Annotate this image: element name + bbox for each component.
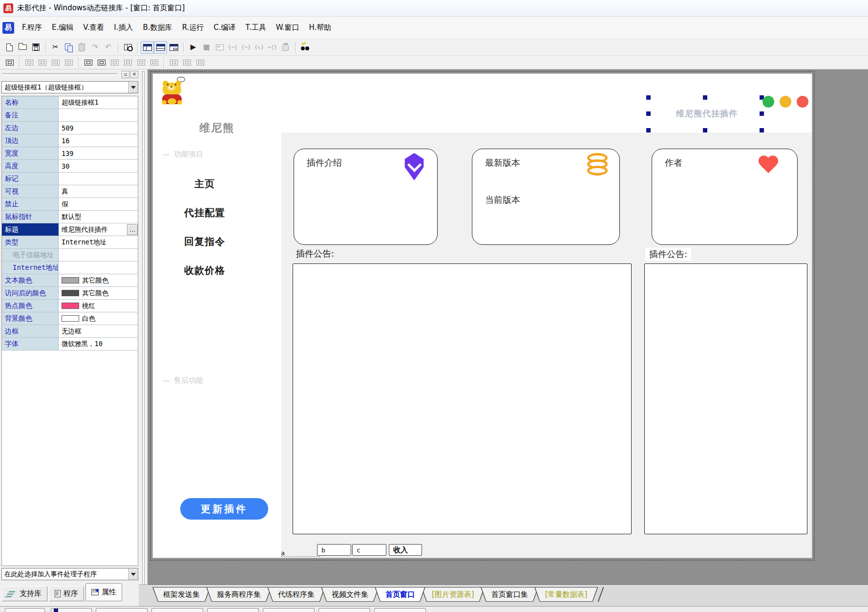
property-row-左边[interactable]: 左边509 — [2, 122, 138, 134]
property-row-禁止[interactable]: 禁止假 — [2, 198, 138, 211]
announcement-box-right[interactable] — [644, 263, 807, 534]
property-value[interactable]: 超级链接框1 — [59, 96, 138, 109]
property-value[interactable] — [59, 262, 138, 274]
property-row-边框[interactable]: 边框无边框 — [2, 325, 138, 338]
menu-item-B.数据库[interactable]: B.数据库 — [138, 21, 177, 35]
control-selector[interactable]: 超级链接框1（超级链接框） — [1, 81, 138, 93]
unit-tab-[常量数据表][interactable]: [常量数据表] — [534, 587, 598, 602]
property-value[interactable]: 默认型 — [59, 211, 138, 223]
property-row-Internet地址[interactable]: Internet地址 — [2, 262, 138, 274]
property-row-热点颜色[interactable]: 热点颜色桃红 — [2, 300, 138, 312]
property-value[interactable] — [59, 109, 138, 121]
new-file-icon[interactable] — [3, 41, 16, 54]
selection-handle[interactable] — [760, 111, 764, 116]
panel-restore-icon[interactable]: ▫ — [122, 71, 129, 78]
find-book-icon[interactable] — [121, 41, 134, 54]
form-nav-收款价格[interactable]: 收款价格 — [167, 264, 243, 275]
panel-splitter[interactable] — [139, 69, 148, 612]
menu-item-I.插入[interactable]: I.插入 — [109, 21, 138, 35]
selected-hyperlink-control[interactable]: 维尼熊代挂插件 — [650, 97, 763, 130]
property-value[interactable]: 509 — [59, 122, 138, 134]
selection-handle[interactable] — [703, 128, 707, 132]
layout-split-icon[interactable] — [141, 41, 154, 54]
property-value[interactable]: 无边框 — [59, 325, 138, 337]
unit-tab-视频文件集[interactable]: 视频文件集 — [321, 587, 379, 602]
property-row-类型[interactable]: 类型Internet地址 — [2, 236, 138, 249]
menu-item-T.工具[interactable]: T.工具 — [241, 21, 271, 35]
event-selector[interactable]: 在此处选择加入事件处理子程序 — [1, 568, 138, 580]
property-row-访问后的颜色[interactable]: 访问后的颜色其它颜色 — [2, 287, 138, 300]
save-file-icon[interactable] — [29, 41, 42, 54]
unit-tab-[图片资源表][interactable]: [图片资源表] — [421, 587, 485, 602]
menu-item-R.运行[interactable]: R.运行 — [177, 21, 209, 35]
center-in-form-h-icon[interactable] — [82, 56, 95, 69]
property-row-备注[interactable]: 备注 — [2, 109, 138, 122]
property-row-名称[interactable]: 名称超级链接框1 — [2, 96, 138, 109]
ellipsis-button[interactable]: … — [127, 224, 138, 235]
property-row-鼠标指针[interactable]: 鼠标指针默认型 — [2, 211, 138, 223]
cut-icon[interactable]: ✂ — [49, 41, 62, 54]
form-tab-c[interactable]: c — [352, 544, 386, 556]
property-value[interactable] — [59, 173, 138, 185]
property-value[interactable]: 其它颜色 — [59, 287, 138, 299]
panel-grip[interactable] — [2, 73, 117, 75]
property-value[interactable]: 假 — [59, 198, 138, 210]
form-nav-代挂配置[interactable]: 代挂配置 — [167, 206, 243, 218]
chevron-down-icon[interactable] — [128, 82, 138, 93]
menu-item-H.帮助[interactable]: H.帮助 — [304, 21, 337, 35]
menu-item-F.程序[interactable]: F.程序 — [17, 21, 47, 35]
property-value[interactable]: 其它颜色 — [59, 274, 138, 286]
form-nav-主页[interactable]: 主页 — [167, 177, 243, 189]
menu-item-E.编辑[interactable]: E.编辑 — [47, 21, 78, 35]
form-nav-回复指令[interactable]: 回复指令 — [167, 235, 243, 246]
property-row-顶边[interactable]: 顶边16 — [2, 134, 138, 147]
property-row-可视[interactable]: 可视真 — [2, 185, 138, 198]
menu-item-V.查看[interactable]: V.查看 — [78, 21, 109, 35]
copy-icon[interactable] — [62, 41, 75, 54]
property-value[interactable]: 真 — [59, 185, 138, 197]
form-tab-a[interactable]: a — [281, 547, 296, 559]
property-row-背景颜色[interactable]: 背景颜色白色 — [2, 312, 138, 325]
unit-tab-服务商程序集[interactable]: 服务商程序集 — [206, 587, 272, 602]
unit-tab-框架发送集[interactable]: 框架发送集 — [152, 587, 211, 602]
property-value[interactable]: 30 — [59, 160, 138, 172]
property-value[interactable]: 139 — [59, 147, 138, 159]
announcement-box-left[interactable] — [293, 263, 632, 534]
property-row-标记[interactable]: 标记 — [2, 173, 138, 185]
form-canvas[interactable]: 维尼熊 — 功能项目 主页代挂配置回复指令收款价格 — 售后功能 更新插件 维尼… — [152, 73, 812, 558]
selection-handle[interactable] — [646, 128, 651, 132]
unit-tab-首页窗口集[interactable]: 首页窗口集 — [481, 587, 539, 602]
property-row-高度[interactable]: 高度30 — [2, 160, 138, 173]
unit-tab-代练程序集[interactable]: 代练程序集 — [267, 587, 325, 602]
update-plugin-button[interactable]: 更新插件 — [180, 498, 268, 520]
unit-tab-首页窗口[interactable]: 首页窗口 — [375, 587, 425, 602]
panel-tab-支持库[interactable]: 支持库 — [2, 586, 47, 601]
panel-tab-程序[interactable]: 程序 — [49, 586, 84, 601]
chevron-down-icon[interactable] — [128, 568, 138, 580]
form-tab-b[interactable]: b — [317, 544, 351, 556]
panel-close-icon[interactable]: × — [130, 71, 138, 78]
property-value[interactable]: 桃红 — [59, 300, 138, 312]
property-value[interactable] — [59, 249, 138, 261]
property-row-字体[interactable]: 字体微软雅黑，10 — [2, 338, 138, 350]
layout-horizontal-icon[interactable] — [154, 41, 167, 54]
property-value[interactable]: 微软雅黑，10 — [59, 338, 138, 350]
property-row-宽度[interactable]: 宽度139 — [2, 147, 138, 160]
property-value[interactable]: 维尼熊代挂插件… — [59, 223, 138, 236]
center-in-form-v-icon[interactable] — [95, 56, 108, 69]
selection-handle[interactable] — [703, 95, 707, 100]
selection-handle[interactable] — [646, 95, 651, 100]
property-row-电子信箱地址[interactable]: 电子信箱地址 — [2, 249, 138, 262]
panel-tab-属性[interactable]: 属性 — [85, 583, 122, 601]
form-tab-收入[interactable]: 收入 — [389, 544, 422, 556]
property-value[interactable]: 16 — [59, 134, 138, 147]
open-file-icon[interactable] — [16, 41, 29, 54]
property-value[interactable]: Internet地址 — [59, 236, 138, 248]
menu-item-C.编译[interactable]: C.编译 — [209, 21, 240, 35]
run-icon[interactable]: ▶ — [187, 41, 200, 54]
property-row-文本颜色[interactable]: 文本颜色其它颜色 — [2, 274, 138, 287]
form-border-icon[interactable] — [3, 56, 16, 69]
menu-item-W.窗口[interactable]: W.窗口 — [271, 21, 304, 35]
property-value[interactable]: 白色 — [59, 312, 138, 325]
find-in-files-icon[interactable] — [298, 41, 312, 54]
